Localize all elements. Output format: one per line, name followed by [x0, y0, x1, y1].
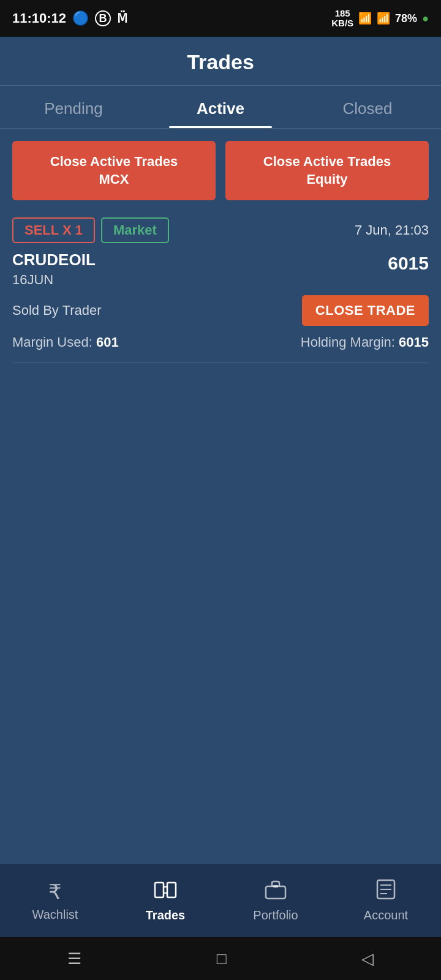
status-wifi-icon: 📶	[358, 12, 372, 25]
trade-header-row: SELL X 1 Market 7 Jun, 21:03	[12, 217, 429, 243]
account-icon	[376, 879, 396, 905]
status-bar: 11:10:12 🔵 B M̈ 185 KB/S 📶 📶 78% ●	[0, 0, 441, 37]
tab-closed[interactable]: Closed	[294, 86, 441, 128]
status-icon-b: B	[95, 10, 111, 26]
trade-symbol-block: CRUDEOIL 16JUN	[12, 251, 96, 288]
portfolio-icon	[265, 879, 287, 905]
tabs-bar: Pending Active Closed	[0, 86, 441, 129]
action-buttons-row: Close Active Trades MCX Close Active Tra…	[12, 141, 429, 200]
status-time: 11:10:12	[12, 10, 66, 26]
trade-time: 7 Jun, 21:03	[355, 222, 429, 238]
close-active-trades-equity-button[interactable]: Close Active Trades Equity	[225, 141, 429, 200]
trade-price: 6015	[388, 251, 429, 274]
status-icon-bt: 🔵	[72, 10, 89, 26]
close-trade-button[interactable]: CLOSE TRADE	[302, 295, 429, 326]
tab-pending[interactable]: Pending	[0, 86, 147, 128]
android-home-icon[interactable]: □	[217, 949, 227, 968]
trade-card: SELL X 1 Market 7 Jun, 21:03 CRUDEOIL 16…	[12, 217, 429, 363]
trade-margin-row: Margin Used: 601 Holding Margin: 6015	[12, 334, 429, 350]
android-nav-bar: ☰ □ ◁	[0, 937, 441, 980]
tag-market: Market	[101, 217, 169, 243]
status-battery: 78%	[395, 12, 417, 25]
android-menu-icon[interactable]: ☰	[67, 949, 81, 968]
trade-symbol: CRUDEOIL	[12, 251, 96, 270]
trade-tags: SELL X 1 Market	[12, 217, 169, 243]
content-area: Close Active Trades MCX Close Active Tra…	[0, 129, 441, 864]
svg-rect-2	[266, 886, 285, 899]
status-speed: 185 KB/S	[331, 9, 353, 29]
close-active-trades-mcx-button[interactable]: Close Active Trades MCX	[12, 141, 216, 200]
trade-expiry: 16JUN	[12, 272, 96, 288]
svg-rect-3	[273, 885, 278, 888]
tab-active[interactable]: Active	[147, 86, 294, 128]
trade-sold-by: Sold By Trader	[12, 303, 102, 318]
nav-account[interactable]: Account	[331, 873, 441, 929]
tag-sell: SELL X 1	[12, 217, 95, 243]
page-title: Trades	[187, 50, 254, 74]
trade-info-row: CRUDEOIL 16JUN 6015	[12, 251, 429, 288]
margin-used: Margin Used: 601	[12, 334, 119, 350]
trades-icon	[154, 880, 177, 905]
holding-margin: Holding Margin: 6015	[301, 334, 429, 350]
svg-rect-1	[167, 883, 176, 897]
bottom-nav: ₹ Wachlist Trades Portfolio	[0, 864, 441, 937]
android-back-icon[interactable]: ◁	[361, 949, 374, 968]
status-signal-icon: 📶	[377, 12, 390, 25]
watchlist-icon: ₹	[48, 880, 62, 904]
status-icon-m: M̈	[117, 11, 127, 26]
svg-rect-0	[155, 883, 164, 897]
trade-sold-row: Sold By Trader CLOSE TRADE	[12, 295, 429, 326]
nav-trades[interactable]: Trades	[110, 873, 221, 929]
status-dot: ●	[422, 12, 429, 25]
nav-portfolio[interactable]: Portfolio	[221, 873, 331, 929]
header: Trades	[0, 37, 441, 86]
nav-watchlist[interactable]: ₹ Wachlist	[0, 873, 110, 928]
